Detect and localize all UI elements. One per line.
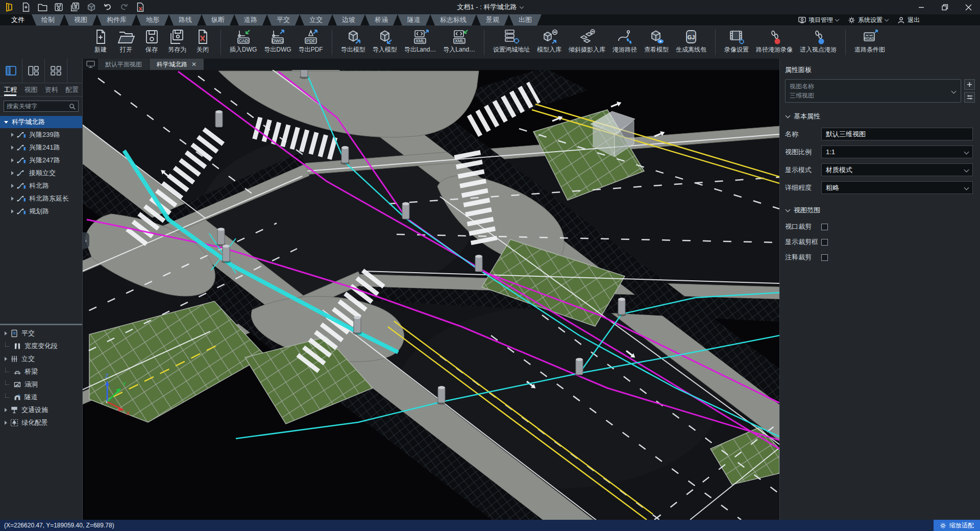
section-view-range[interactable]: 视图范围: [780, 197, 980, 219]
tree-item[interactable]: 兴隆247路: [0, 154, 82, 166]
view-scale-select[interactable]: 1:1: [821, 146, 973, 158]
menu-tab-bridge[interactable]: 桥涵: [365, 14, 398, 26]
save-button[interactable]: 保存: [139, 28, 164, 55]
category-traffic-facility[interactable]: 交通设施: [0, 403, 82, 416]
category-culvert[interactable]: 涵洞: [0, 378, 82, 391]
minimize-button[interactable]: [910, 0, 933, 14]
redo-icon[interactable]: [118, 2, 130, 13]
chevron-right-icon[interactable]: [11, 146, 14, 150]
zoom-fit-button[interactable]: 缩放适配: [934, 520, 980, 531]
tree-item[interactable]: 接顺立交: [0, 166, 82, 179]
insert-dwg-button[interactable]: CAD 插入DWG: [226, 28, 260, 55]
viewport-mode-icon[interactable]: [83, 59, 98, 70]
category-greening[interactable]: 绿化配景: [0, 416, 82, 429]
menu-tab-tunnel[interactable]: 隧道: [398, 14, 430, 26]
doc-tab-3d-view[interactable]: 科学城北路 ✕: [150, 59, 204, 70]
view-filter-button[interactable]: [964, 92, 975, 103]
menu-tab-terrain[interactable]: 地形: [136, 14, 169, 26]
annotation-clip-checkbox[interactable]: [821, 254, 828, 261]
menu-tab-file[interactable]: 文件: [4, 14, 32, 26]
tree-item[interactable]: 规划路: [0, 205, 82, 218]
oblique-upload-button[interactable]: 倾斜摄影入库: [565, 28, 609, 55]
tree-item[interactable]: 兴隆241路: [0, 141, 82, 154]
menu-tab-profile[interactable]: 纵断: [202, 14, 234, 26]
menu-tab-interchange[interactable]: 立交: [300, 14, 332, 26]
chevron-right-icon[interactable]: [5, 421, 7, 425]
save-as-button[interactable]: 另存为: [164, 28, 190, 55]
menu-tab-draw[interactable]: 绘制: [32, 14, 64, 26]
section-basic-properties[interactable]: 基本属性: [780, 103, 980, 125]
sidebar-tab-project[interactable]: 工程: [0, 83, 20, 96]
project-manage-menu[interactable]: 项目管理: [798, 16, 839, 25]
menu-tab-alignment[interactable]: 路线: [169, 14, 202, 26]
model-upload-button[interactable]: 模型入库: [533, 28, 565, 55]
name-input[interactable]: 默认三维视图: [821, 128, 973, 140]
add-view-button[interactable]: [964, 79, 975, 90]
save-all-icon[interactable]: [69, 2, 81, 13]
chevron-right-icon[interactable]: [5, 408, 7, 412]
restore-button[interactable]: [933, 0, 957, 14]
exit-menu[interactable]: 退出: [897, 16, 920, 25]
menu-tab-markings[interactable]: 标志标线: [430, 14, 476, 26]
tree-item[interactable]: 科北路东延长: [0, 192, 82, 205]
category-at-grade[interactable]: 平交: [0, 327, 82, 340]
new-button[interactable]: 新建: [88, 28, 113, 55]
import-model-button[interactable]: 导入模型: [369, 28, 401, 55]
chevron-right-icon[interactable]: [11, 133, 14, 137]
show-clip-box-checkbox[interactable]: [821, 239, 828, 246]
viewport-clip-checkbox[interactable]: [821, 224, 828, 230]
viewport-scene[interactable]: Z Y X: [83, 70, 779, 520]
export-dwg-button[interactable]: DWG 导出DWG: [260, 28, 295, 55]
close-button[interactable]: 关闭: [190, 28, 215, 55]
menu-tab-slope[interactable]: 边坡: [332, 14, 365, 26]
path-roam-record-button[interactable]: 路径漫游录像: [752, 28, 796, 55]
export-land-button[interactable]: XML 导出Land…: [401, 28, 440, 55]
viewport-3d[interactable]: Z Y X ‹: [83, 70, 779, 520]
open-folder-icon[interactable]: [37, 2, 48, 13]
undo-icon[interactable]: [102, 2, 113, 13]
layout-split-button[interactable]: [22, 59, 45, 83]
close-window-button[interactable]: [957, 0, 980, 14]
layout-single-button[interactable]: [0, 59, 22, 83]
category-interchange[interactable]: 立交: [0, 352, 82, 365]
tree-item[interactable]: 兴隆239路: [0, 128, 82, 141]
chevron-right-icon[interactable]: [5, 331, 7, 335]
menu-tab-at-grade[interactable]: 平交: [267, 14, 300, 26]
viewpoint-roam-button[interactable]: 进入视点漫游: [796, 28, 840, 55]
road-condition-button[interactable]: ROAD 道路条件图: [851, 28, 889, 55]
system-settings-menu[interactable]: 系统设置: [848, 16, 888, 25]
menu-tab-landscape[interactable]: 景观: [476, 14, 509, 26]
export-model-button[interactable]: 导出模型: [337, 28, 369, 55]
display-mode-select[interactable]: 材质模式: [821, 163, 973, 176]
view-selector[interactable]: 视图名称 三维视图: [785, 79, 961, 103]
search-input[interactable]: [7, 103, 69, 110]
search-box[interactable]: [4, 101, 79, 112]
view-model-button[interactable]: 查看模型: [641, 28, 672, 55]
doc-tab-plan-view[interactable]: 默认平面视图: [98, 59, 149, 70]
export-pdf-button[interactable]: PDF 导出PDF: [295, 28, 327, 55]
tree-root-item[interactable]: 科学城北路: [0, 116, 82, 128]
close-tab-icon[interactable]: ✕: [191, 61, 197, 68]
sidebar-collapse-handle[interactable]: ‹: [83, 232, 89, 249]
layout-grid-button[interactable]: [45, 59, 67, 83]
sidebar-tab-config[interactable]: 配置: [62, 83, 82, 96]
view-cube-icon[interactable]: [86, 2, 97, 13]
chevron-right-icon[interactable]: [11, 197, 14, 201]
menu-tab-view[interactable]: 视图: [64, 14, 97, 26]
offline-package-button[interactable]: GJ 生成离线包: [672, 28, 710, 55]
chevron-right-icon[interactable]: [11, 184, 14, 188]
chevron-right-icon[interactable]: [11, 158, 14, 162]
chevron-down-icon[interactable]: [4, 121, 8, 124]
chevron-right-icon[interactable]: [5, 357, 7, 361]
save-icon[interactable]: [53, 2, 64, 13]
menu-tab-road[interactable]: 道路: [234, 14, 267, 26]
record-settings-button[interactable]: 录像设置: [721, 28, 752, 55]
close-document-icon[interactable]: [135, 2, 146, 13]
chevron-right-icon[interactable]: [11, 209, 14, 213]
tree-item[interactable]: 科北路: [0, 179, 82, 192]
search-icon[interactable]: [69, 103, 76, 110]
menu-tab-plot[interactable]: 出图: [509, 14, 542, 26]
detail-level-select[interactable]: 粗略: [821, 181, 973, 194]
server-address-button[interactable]: 设置鸿城地址: [489, 28, 533, 55]
sidebar-tab-data[interactable]: 资料: [41, 83, 62, 96]
